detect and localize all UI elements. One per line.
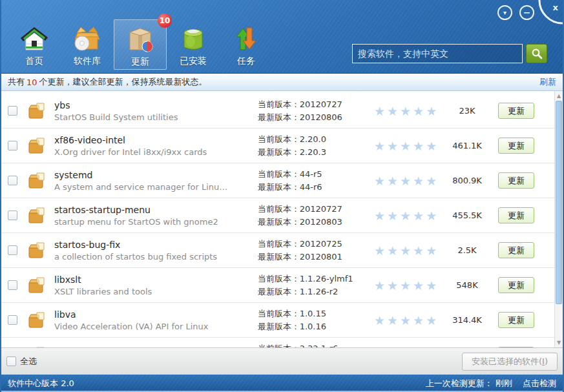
row-checkbox[interactable] [8,315,17,325]
package-size: 455.5K [446,211,488,220]
search-button[interactable] [526,44,547,63]
tasks-icon [231,24,261,54]
package-description: startup menu for StartOS with gnome2 [54,217,258,227]
current-version-value: 20120725 [300,239,342,249]
nav-tab-home[interactable]: 首页 [8,19,61,70]
scroll-up-icon[interactable]: ▲ [555,92,563,100]
row-checkbox[interactable] [8,245,17,255]
package-text: ybs StartOS Build System utilities [54,100,258,122]
nav-label: 首页 [25,56,43,67]
update-button[interactable]: 更新 [498,277,534,293]
nav-label: 更新 [131,56,149,68]
version-text: 软件中心版本 2.0 [8,378,74,389]
package-size: 548K [446,280,488,290]
row-checkbox[interactable] [8,106,17,116]
row-checkbox[interactable] [8,211,17,220]
update-icon [125,25,155,54]
package-text: startos-bug-fix a collection of startos … [54,240,258,262]
current-version-label: 当前版本 : [258,239,297,249]
window-controls: ▾ − [497,5,534,20]
nav-label: 任务 [237,56,255,67]
package-icon [28,276,46,294]
package-description: X.Org driver for Intel i8xx/i9xx cards [54,147,258,157]
update-button[interactable]: 更新 [498,103,534,119]
current-version-label: 当前版本 : [258,274,297,284]
package-icon [28,311,46,329]
package-name: ybs [54,100,258,110]
package-icon [28,137,46,155]
package-description: A system and service manager for Linu… [54,182,258,192]
update-button[interactable]: 更新 [498,172,534,189]
nav-label: 软件库 [74,56,101,67]
update-button[interactable]: 更新 [498,138,534,154]
update-button[interactable]: 更新 [498,207,534,223]
package-description: XSLT libraries and tools [54,287,258,296]
install-selected-button[interactable]: 安装已选择的软件(I) [462,353,558,371]
package-size: 461.1K [446,141,488,150]
version-column: 当前版本 : 1.0.15 最新版本 : 1.0.16 [258,307,374,333]
row-checkbox[interactable] [8,280,17,290]
table-row: ybs StartOS Build System utilities 当前版本 … [1,94,554,129]
scrollbar[interactable]: ▲ ▼ [554,91,563,347]
package-icon [28,207,46,225]
latest-version-value: 20120806 [300,112,342,122]
update-summary-bar: 共有 10 个更新，建议全部更新，保持系统最新状态。 刷新 [1,74,563,91]
star-rating: ★★★★★ [374,313,446,327]
current-version-value: 44-r5 [300,169,322,179]
search-input[interactable] [352,44,523,63]
scrollbar-thumb[interactable] [556,101,562,304]
current-version-value: 1.1.26-ylmf1 [300,274,353,284]
update-button[interactable]: 更新 [498,312,534,328]
update-count: 10 [26,77,37,87]
current-version-label: 当前版本 : [258,99,297,109]
package-description: Video Acceleration (VA) API for Linux [54,322,258,331]
nav-tab-tasks[interactable]: 任务 [220,19,273,70]
nav-tab-update[interactable]: 10 更新 [114,19,167,70]
update-button[interactable]: 更新 [498,242,534,258]
latest-version-label: 最新版本 : [258,112,297,122]
select-all-checkbox[interactable] [6,356,16,366]
version-column: 当前版本 : 44-r5 最新版本 : 44-r6 [258,168,374,194]
row-checkbox[interactable] [8,176,17,185]
star-rating: ★★★★★ [374,243,446,258]
latest-version-value: 44-r6 [300,182,322,192]
nav-tab-repository[interactable]: 软件库 [61,19,114,70]
scroll-down-icon[interactable]: ▼ [555,338,563,347]
close-icon[interactable]: x [553,3,558,12]
package-text: libxslt XSLT libraries and tools [54,274,258,296]
latest-version-value: 1.1.26-r2 [300,287,339,296]
search-icon [531,48,543,59]
package-size: 314.4K [446,315,488,325]
current-version-value: 1.0.15 [300,309,326,318]
window-menu-button[interactable]: ▾ [497,5,512,20]
update-list: ybs StartOS Build System utilities 当前版本 … [1,94,554,347]
package-size: 2.5K [446,245,488,255]
package-name: libva [54,309,258,320]
table-row: xf86-video-intel X.Org driver for Intel … [1,129,554,163]
row-checkbox[interactable] [8,141,17,150]
latest-version-value: 1.0.16 [300,322,326,331]
summary-suffix: 个更新，建议全部更新，保持系统最新状态。 [39,76,207,88]
check-update-link[interactable]: 点击检测 [523,378,556,389]
latest-version-label: 最新版本 : [258,322,297,331]
star-rating: ★★★★★ [374,174,446,188]
version-column: 当前版本 : 2.20.0 最新版本 : 2.20.3 [258,133,374,159]
select-all-label: 全选 [20,356,37,367]
current-version-value: 20120727 [300,204,342,214]
current-version-label: 当前版本 : [258,134,297,144]
package-name: systemd [54,170,258,180]
table-row: systemd A system and service manager for… [1,163,554,198]
package-size: 23K [446,106,488,116]
refresh-link[interactable]: 刷新 [539,76,556,88]
install-label-pre: 安装已选择的软件( [472,356,542,366]
update-list-wrap: ybs StartOS Build System utilities 当前版本 … [1,91,563,347]
nav-label: 已安装 [180,56,207,67]
update-button[interactable]: 更新 [498,347,534,347]
table-row: startos-bug-fix a collection of startos … [1,233,554,268]
latest-version-value: 2.20.3 [300,147,326,157]
current-version-label: 当前版本 : [258,344,297,348]
minimize-button[interactable]: − [519,5,534,20]
search-area [352,44,547,63]
star-rating: ★★★★★ [374,278,446,293]
nav-tab-installed[interactable]: 已安装 [167,19,220,70]
